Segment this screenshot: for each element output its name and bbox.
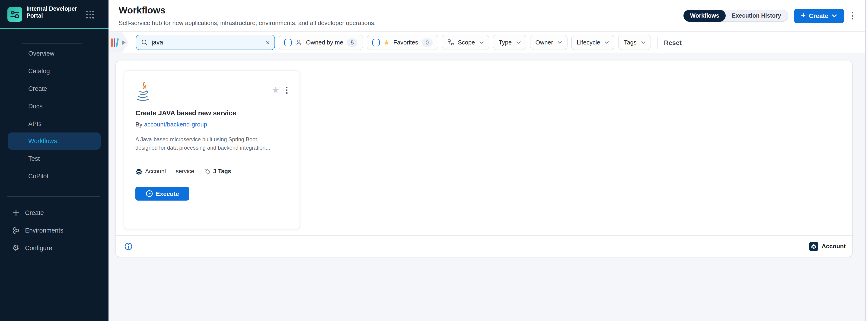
owned-count-badge: 5 (347, 38, 357, 46)
meta-divider (170, 167, 171, 176)
reset-filters-button[interactable]: Reset (664, 39, 682, 46)
workflow-owner-line: By account/backend-group (135, 121, 288, 128)
filter-owned-by-me[interactable]: Owned by me 5 (279, 35, 363, 50)
sidebar-item-environments[interactable]: Environments (0, 221, 108, 239)
search-box: × (136, 35, 275, 50)
sidebar-item-test[interactable]: Test (0, 150, 108, 167)
person-icon (296, 39, 302, 46)
tags-badge: 3 Tags (213, 168, 231, 175)
search-input[interactable] (152, 39, 262, 46)
owned-checkbox[interactable] (284, 39, 292, 46)
plus-icon: + (801, 11, 806, 20)
nav-divider (22, 43, 82, 43)
workflow-description: A Java-based microservice built using Sp… (135, 136, 288, 152)
search-icon (141, 39, 148, 46)
filter-favorites[interactable]: ★ Favorites 0 (367, 35, 438, 50)
filter-bar: × Owned by me 5 ★ Favorites 0 (108, 32, 868, 53)
filter-tags-dropdown[interactable]: Tags (618, 35, 651, 50)
type-badge: service (176, 168, 194, 175)
main-area: Workflows Self-service hub for new appli… (108, 0, 868, 321)
account-scope-label: Account (822, 243, 846, 250)
reset-divider (657, 36, 658, 48)
idp-logo-icon[interactable] (7, 7, 22, 22)
tag-icon (204, 168, 211, 175)
saved-filters-expand[interactable] (108, 32, 128, 52)
workflow-title: Create JAVA based new service (135, 109, 288, 117)
sidebar-item-overview[interactable]: Overview (0, 44, 108, 62)
create-button-label: Create (809, 12, 828, 19)
sidebar-item-create[interactable]: Create (0, 80, 108, 97)
view-toggle: Workflows Execution History (684, 10, 788, 22)
tab-execution-history[interactable]: Execution History (725, 10, 788, 22)
owned-label: Owned by me (306, 39, 343, 46)
sidebar: Internal Developer Portal Overview Catal… (0, 0, 108, 321)
java-logo-icon (135, 82, 150, 101)
sidebar-item-create-global[interactable]: Create (0, 204, 108, 221)
owner-label: Owner (535, 39, 553, 46)
brand-title: Internal Developer Portal (26, 6, 81, 20)
sidebar-item-apis[interactable]: APIs (0, 115, 108, 133)
account-scope-badge: Account (809, 242, 846, 251)
scope-badge: Account (145, 168, 166, 175)
idp-app: Internal Developer Portal Overview Catal… (0, 0, 868, 321)
workflows-panel: ★ Create JAVA based new service By accou… (116, 61, 853, 257)
sidebar-item-configure[interactable]: ⚙ Configure (0, 239, 108, 257)
expand-arrow-icon (122, 40, 126, 45)
tab-workflows[interactable]: Workflows (684, 10, 726, 22)
chevron-down-icon (516, 41, 521, 44)
star-icon: ★ (383, 39, 390, 46)
sidebar-footer-label: Environments (25, 227, 63, 234)
page-scrollbar[interactable] (865, 0, 868, 321)
account-layers-icon (809, 242, 818, 251)
clear-search-icon[interactable]: × (266, 39, 270, 46)
workflow-card[interactable]: ★ Create JAVA based new service By accou… (124, 70, 300, 229)
info-icon[interactable] (124, 242, 133, 250)
filter-scope-dropdown[interactable]: Scope (442, 35, 489, 50)
meta-divider (199, 167, 199, 176)
card-menu-kebab-icon[interactable] (285, 86, 288, 95)
sidebar-footer-label: Create (25, 209, 44, 216)
app-grid-icon[interactable] (86, 11, 94, 19)
header-actions: Workflows Execution History + Create (684, 0, 855, 32)
by-prefix: By (135, 121, 142, 128)
filter-lifecycle-dropdown[interactable]: Lifecycle (571, 35, 615, 50)
hexagons-icon (11, 226, 20, 235)
page-menu-kebab-icon[interactable] (850, 10, 855, 22)
gear-icon: ⚙ (11, 244, 20, 252)
chevron-down-icon (832, 14, 837, 17)
scope-label: Scope (458, 39, 475, 46)
sidebar-footer-nav: Create Environments ⚙ Configure (0, 204, 108, 257)
sidebar-footer-divider (7, 197, 100, 197)
chevron-down-icon (641, 41, 645, 44)
play-circle-icon (146, 190, 153, 197)
chevron-down-icon (480, 41, 484, 44)
sidebar-item-copilot[interactable]: CoPilot (0, 167, 108, 185)
favorite-star-icon[interactable]: ★ (272, 86, 280, 95)
favorites-label: Favorites (394, 39, 418, 46)
sidebar-item-workflows[interactable]: Workflows (8, 133, 101, 150)
filter-type-dropdown[interactable]: Type (493, 35, 526, 50)
content-area: ★ Create JAVA based new service By accou… (108, 53, 868, 321)
execute-label: Execute (156, 190, 179, 197)
plus-icon (11, 208, 20, 217)
type-label: Type (499, 39, 512, 46)
lifecycle-label: Lifecycle (577, 39, 600, 46)
sidebar-footer-label: Configure (25, 244, 52, 251)
page-title: Workflows (119, 5, 165, 16)
owner-group-link[interactable]: account/backend-group (144, 121, 207, 128)
workflow-meta: Account service 3 Tags (135, 167, 288, 176)
filter-owner-dropdown[interactable]: Owner (530, 35, 567, 50)
scope-tree-icon (447, 39, 454, 46)
brand: Internal Developer Portal (0, 0, 108, 29)
layers-icon (135, 168, 142, 175)
page-subtitle: Self-service hub for new applications, i… (119, 20, 376, 26)
chevron-down-icon (605, 41, 609, 44)
library-bars-icon (111, 37, 120, 48)
panel-footer: Account (116, 235, 852, 257)
create-button[interactable]: + Create (794, 8, 844, 23)
sidebar-item-catalog[interactable]: Catalog (0, 62, 108, 80)
favorites-checkbox[interactable] (372, 39, 380, 46)
execute-button[interactable]: Execute (135, 187, 189, 201)
chevron-down-icon (558, 41, 562, 44)
sidebar-item-docs[interactable]: Docs (0, 97, 108, 115)
